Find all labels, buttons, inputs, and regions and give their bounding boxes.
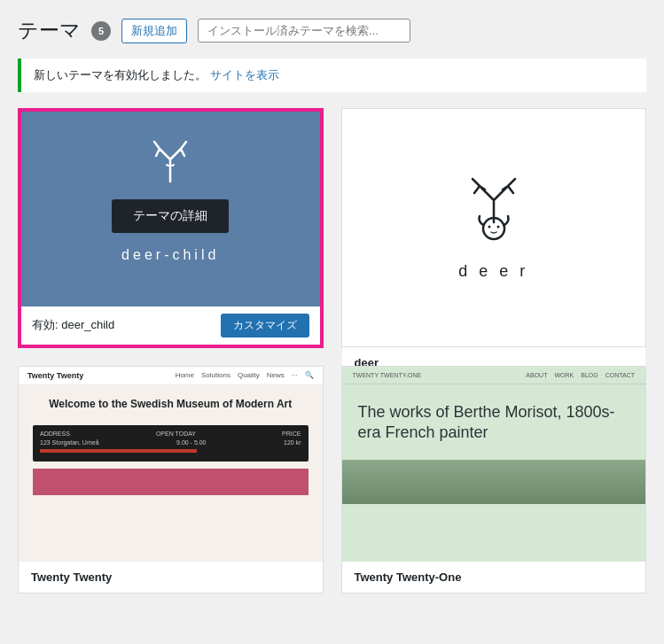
theme-count-badge: 5 bbox=[91, 21, 111, 41]
theme-thumbnail-twenty-twenty: Twenty Twenty Home Solutions Quality New… bbox=[19, 367, 323, 562]
page-header: テーマ 5 新規追加 bbox=[18, 18, 646, 44]
activation-notice: 新しいテーマを有効化しました。 サイトを表示 bbox=[18, 58, 646, 92]
deer-logo-icon bbox=[458, 174, 529, 253]
tt-hero-title: Welcome to the Swedish Museum of Modern … bbox=[33, 398, 309, 412]
add-new-button[interactable]: 新規追加 bbox=[121, 19, 187, 43]
theme-card-twenty-twenty[interactable]: Twenty Twenty Home Solutions Quality New… bbox=[18, 366, 324, 594]
theme-card-deer-child[interactable]: テーマの詳細 deer-child 有効: deer_child カスタマイズ bbox=[18, 108, 324, 348]
tt-nav: Twenty Twenty Home Solutions Quality New… bbox=[19, 367, 323, 385]
theme-card-twenty-twenty-one[interactable]: TWENTY TWENTY-ONE ABOUT WORK BLOG CONTAC… bbox=[341, 366, 647, 594]
themes-page: テーマ 5 新規追加 新しいテーマを有効化しました。 サイトを表示 テーマの詳細 bbox=[0, 0, 664, 644]
to-image-area bbox=[342, 460, 646, 504]
tt-hero: Welcome to the Swedish Museum of Modern … bbox=[19, 385, 323, 419]
theme-thumbnail-deer: d e e r bbox=[342, 109, 646, 347]
svg-point-1 bbox=[488, 226, 490, 229]
view-site-link[interactable]: サイトを表示 bbox=[210, 68, 279, 81]
page-title: テーマ bbox=[18, 18, 81, 44]
active-theme-footer: 有効: deer_child カスタマイズ bbox=[21, 306, 320, 345]
theme-name-twenty-twenty-one: Twenty Twenty-One bbox=[342, 562, 646, 593]
deer-antler-icon bbox=[144, 133, 197, 186]
theme-thumbnail-deer-child: テーマの詳細 deer-child bbox=[21, 112, 320, 306]
deer-child-theme-name: deer-child bbox=[121, 247, 219, 263]
tt-red-bar bbox=[40, 449, 197, 453]
to-hero-text: The works of Berthe Morisot, 1800s-era F… bbox=[358, 402, 630, 444]
to-nav: TWENTY TWENTY-ONE ABOUT WORK BLOG CONTAC… bbox=[342, 367, 646, 384]
notice-text: 新しいテーマを有効化しました。 bbox=[34, 68, 207, 81]
to-hero: The works of Berthe Morisot, 1800s-era F… bbox=[342, 384, 646, 453]
theme-thumbnail-twenty-twenty-one: TWENTY TWENTY-ONE ABOUT WORK BLOG CONTAC… bbox=[342, 367, 646, 562]
svg-point-2 bbox=[496, 226, 499, 229]
tt-pink-bar bbox=[33, 469, 309, 495]
tt-nav-links: Home Solutions Quality News ··· 🔍 bbox=[176, 371, 314, 379]
twenty-one-preview: TWENTY TWENTY-ONE ABOUT WORK BLOG CONTAC… bbox=[342, 367, 646, 562]
themes-grid: テーマの詳細 deer-child 有効: deer_child カスタマイズ bbox=[18, 108, 646, 594]
active-label: 有効: deer_child bbox=[32, 317, 114, 333]
tt-content-block: ADDRESS OPEN TODAY PRICE 123 Storgatan, … bbox=[33, 425, 309, 462]
theme-card-deer[interactable]: d e e r deer bbox=[341, 108, 647, 348]
deer-logo-text: d e e r bbox=[458, 262, 528, 281]
theme-name-twenty-twenty: Twenty Twenty bbox=[19, 562, 323, 593]
theme-details-button[interactable]: テーマの詳細 bbox=[112, 199, 229, 233]
customize-button[interactable]: カスタマイズ bbox=[221, 314, 309, 338]
deer-child-background: テーマの詳細 deer-child bbox=[21, 112, 320, 306]
search-input[interactable] bbox=[198, 19, 410, 43]
tt-nav-logo: Twenty Twenty bbox=[27, 371, 83, 380]
twenty-twenty-preview: Twenty Twenty Home Solutions Quality New… bbox=[19, 367, 323, 562]
